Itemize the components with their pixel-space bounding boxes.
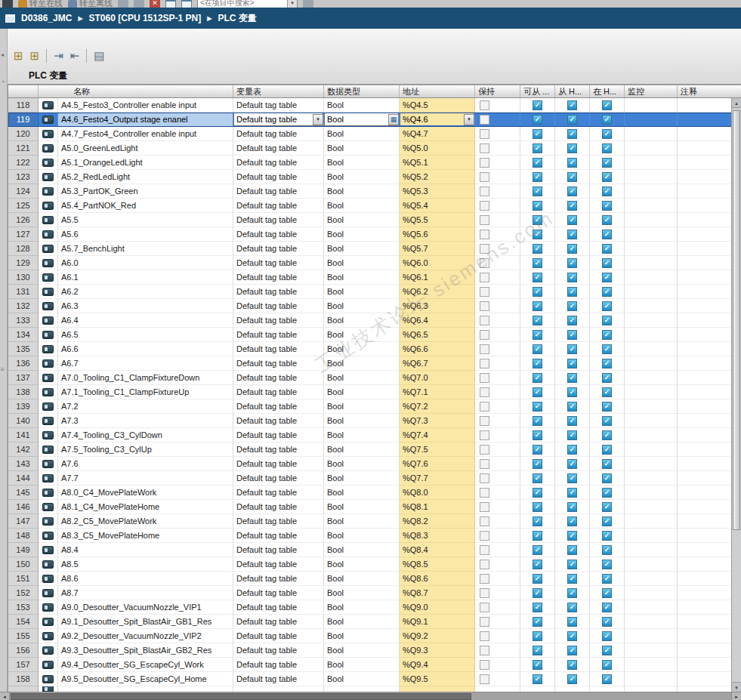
address-cell[interactable]: %Q7.7 ▾ — [400, 471, 475, 486]
data-type-cell[interactable]: Bool ▦ — [324, 428, 400, 443]
tag-table-cell[interactable]: Default tag table ▾ — [233, 629, 324, 643]
writable-from-hmi-cell[interactable] — [555, 313, 590, 328]
writable-hmi-checkbox[interactable] — [567, 588, 577, 598]
tag-table-cell[interactable]: Default tag table ▾ — [233, 170, 324, 184]
row-number[interactable]: 147 — [8, 514, 39, 529]
writable-from-hmi-cell[interactable] — [555, 371, 590, 385]
visible-in-hmi-cell[interactable] — [590, 629, 625, 643]
tag-name-cell[interactable]: A6.2 — [58, 285, 233, 299]
writable-from-hmi-cell[interactable] — [555, 270, 590, 285]
writable-from-hmi-cell[interactable] — [555, 629, 590, 643]
table-row[interactable]: 155 A9.2_Desoutter_VacuumNozzle_VIP2 Def… — [8, 629, 741, 643]
table-row[interactable]: 139 A7.2 Default tag table ▾ Bool ▦ %Q7.… — [8, 399, 741, 414]
row-number[interactable]: 142 — [8, 443, 39, 457]
accessible-checkbox[interactable] — [533, 445, 542, 455]
visible-hmi-checkbox[interactable] — [602, 258, 612, 268]
go-online-button[interactable]: 转至在线 — [18, 0, 63, 8]
tag-table-cell[interactable]: Default tag table ▾ — [233, 428, 324, 443]
accessible-checkbox[interactable] — [533, 172, 542, 182]
visible-hmi-checkbox[interactable] — [602, 445, 612, 455]
retain-checkbox[interactable] — [480, 660, 489, 670]
visible-in-hmi-cell[interactable] — [590, 141, 625, 156]
retain-checkbox[interactable] — [480, 517, 489, 526]
address-cell[interactable]: %Q7.3 ▾ — [400, 414, 475, 428]
tag-name-cell[interactable]: A8.6 — [58, 572, 233, 586]
table-row[interactable]: 119 A4.6_Festo4_Output stage enanel Defa… — [8, 113, 741, 127]
address-cell[interactable]: %Q8.2 ▾ — [400, 514, 475, 529]
visible-in-hmi-cell[interactable] — [590, 213, 625, 227]
writable-from-hmi-cell[interactable] — [555, 500, 590, 514]
retain-cell[interactable] — [475, 285, 520, 299]
retain-cell[interactable] — [475, 170, 520, 184]
accessible-from-hmi-cell[interactable] — [520, 213, 555, 227]
accessible-from-hmi-cell[interactable] — [520, 328, 555, 342]
address-cell[interactable]: %Q6.4 ▾ — [400, 313, 475, 328]
visible-hmi-checkbox[interactable] — [602, 143, 612, 153]
writable-hmi-checkbox[interactable] — [567, 674, 577, 684]
monitor-cell[interactable] — [625, 328, 678, 342]
data-type-cell[interactable]: Bool ▦ — [324, 371, 400, 385]
visible-hmi-checkbox[interactable] — [602, 373, 612, 383]
data-type-cell[interactable]: Bool ▦ — [324, 457, 400, 471]
visible-in-hmi-cell[interactable] — [590, 399, 625, 414]
retain-checkbox[interactable] — [480, 646, 489, 655]
address-cell[interactable]: %Q9.4 ▾ — [400, 658, 475, 672]
accessible-from-hmi-cell[interactable] — [520, 342, 555, 356]
visible-in-hmi-cell[interactable] — [590, 242, 625, 256]
tag-name-cell[interactable]: A7.0_Tooling_C1_ClampFixtureDown — [58, 371, 233, 385]
row-number[interactable]: 154 — [8, 615, 39, 629]
address-cell[interactable]: %Q5.7 ▾ — [400, 242, 475, 256]
accessible-checkbox[interactable] — [533, 560, 542, 569]
monitor-cell[interactable] — [625, 486, 678, 500]
tag-table-cell[interactable]: Default tag table ▾ — [233, 199, 324, 213]
accessible-checkbox[interactable] — [533, 187, 542, 196]
tag-name-cell[interactable]: A7.1_Tooling_C1_ClampFixtureUp — [58, 385, 233, 399]
retain-checkbox[interactable] — [480, 287, 489, 297]
table-row[interactable]: 128 A5.7_BenchLight Default tag table ▾ … — [8, 242, 741, 256]
visible-hmi-checkbox[interactable] — [602, 674, 612, 684]
scroll-left-arrow-icon[interactable]: ◂ — [0, 692, 10, 700]
row-number[interactable]: 152 — [8, 586, 39, 600]
writable-from-hmi-cell[interactable] — [555, 471, 590, 486]
visible-in-hmi-cell[interactable] — [590, 514, 625, 529]
data-type-cell[interactable]: Bool ▦ — [324, 586, 400, 600]
writable-hmi-checkbox[interactable] — [567, 244, 577, 254]
visible-hmi-checkbox[interactable] — [602, 517, 612, 526]
accessible-from-hmi-cell[interactable] — [520, 270, 555, 285]
row-number[interactable]: 148 — [8, 529, 39, 543]
table-row[interactable]: 146 A8.1_C4_MovePlateHome Default tag ta… — [8, 500, 741, 514]
retain-checkbox[interactable] — [480, 473, 489, 483]
accessible-checkbox[interactable] — [533, 617, 542, 627]
scroll-up-icon[interactable]: ⌃ — [1, 80, 6, 87]
visible-in-hmi-cell[interactable] — [590, 299, 625, 313]
retain-checkbox[interactable] — [480, 258, 489, 268]
visible-hmi-checkbox[interactable] — [602, 230, 612, 239]
table-row[interactable]: 133 A6.4 Default tag table ▾ Bool ▦ %Q6.… — [8, 313, 741, 328]
retain-checkbox[interactable] — [480, 129, 489, 139]
tag-name-cell[interactable]: A7.2 — [58, 399, 233, 414]
address-cell[interactable]: %Q8.3 ▾ — [400, 529, 475, 543]
address-cell[interactable]: %Q5.4 ▾ — [400, 199, 475, 213]
writable-from-hmi-cell[interactable] — [555, 342, 590, 356]
retain-checkbox[interactable] — [480, 143, 489, 153]
monitor-cell[interactable] — [625, 443, 678, 457]
address-cell[interactable]: %Q5.5 ▾ — [400, 213, 475, 227]
row-number[interactable]: 125 — [8, 199, 39, 213]
retain-checkbox[interactable] — [480, 215, 489, 225]
accessible-from-hmi-cell[interactable] — [520, 457, 555, 471]
visible-hmi-checkbox[interactable] — [602, 588, 612, 598]
tag-name-cell[interactable]: A5.2_RedLedLight — [58, 170, 233, 184]
table-row[interactable]: 121 A5.0_GreenLedLight Default tag table… — [8, 141, 741, 156]
retain-cell[interactable] — [475, 514, 520, 529]
visible-in-hmi-cell[interactable] — [590, 156, 625, 170]
accessible-checkbox[interactable] — [533, 230, 542, 239]
table-row[interactable]: 129 A6.0 Default tag table ▾ Bool ▦ %Q6.… — [8, 256, 741, 270]
accessible-checkbox[interactable] — [533, 158, 542, 168]
tag-name-cell[interactable]: A9.0_Desoutter_VacuumNozzle_VIP1 — [58, 600, 233, 615]
address-cell[interactable]: %Q6.0 ▾ — [400, 256, 475, 270]
tag-name-cell[interactable]: A5.7_BenchLight — [58, 242, 233, 256]
tag-table-cell[interactable]: Default tag table ▾ — [233, 313, 324, 328]
accessible-from-hmi-cell[interactable] — [520, 170, 555, 184]
visible-hmi-checkbox[interactable] — [602, 100, 612, 110]
address-cell[interactable]: %Q5.3 ▾ — [400, 184, 475, 199]
